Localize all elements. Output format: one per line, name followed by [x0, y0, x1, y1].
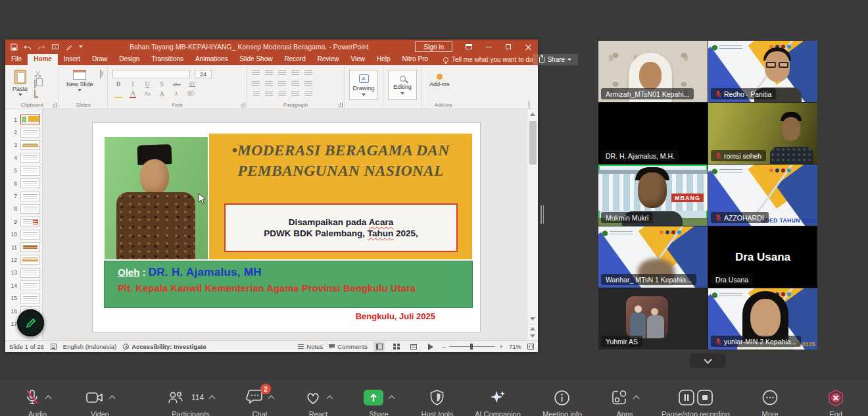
collapse-ribbon-button[interactable]	[529, 101, 534, 107]
slide-sorter-view-button[interactable]	[391, 342, 402, 351]
line-spacing-button[interactable]	[291, 70, 299, 76]
zoom-percentage[interactable]: 71%	[509, 343, 521, 350]
video-options-chevron[interactable]	[109, 396, 116, 402]
pause-stop-recording-button[interactable]: Pause/stop recording	[662, 388, 730, 416]
ribbon-display-options-button[interactable]	[459, 39, 479, 54]
change-case-button[interactable]: Aa	[144, 91, 151, 97]
slide-thumbnail-panel[interactable]: 1 2 3 4 5 6 7 8 9 10 11 12 13 14 15 16 1…	[5, 109, 43, 340]
text-shadow-button[interactable]: S	[158, 80, 165, 88]
participant-tile[interactable]: Dra Usana Dra Usana	[708, 226, 817, 288]
vertical-scrollbar[interactable]	[527, 109, 538, 340]
font-dialog-launcher[interactable]	[241, 103, 245, 107]
tab-slide-show[interactable]: Slide Show	[233, 54, 278, 65]
participants-button[interactable]: 114 Participants	[167, 388, 214, 416]
slideshow-view-button[interactable]	[425, 342, 436, 351]
scrollbar-thumb[interactable]	[529, 121, 537, 165]
tab-design[interactable]: Design	[113, 54, 145, 65]
paragraph-dialog-launcher[interactable]	[338, 103, 343, 107]
underline-button[interactable]: U	[144, 80, 151, 88]
thumbnail-row[interactable]: 9	[5, 215, 42, 228]
sign-in-button[interactable]: Sign in	[415, 41, 452, 52]
participant-tile-active-speaker[interactable]: MBANG Mukmin Mukri	[598, 165, 708, 226]
section-icon[interactable]	[100, 90, 108, 97]
audio-options-chevron[interactable]	[45, 396, 52, 402]
copy-icon[interactable]	[34, 80, 43, 88]
slide-15-thumbnail[interactable]	[20, 294, 40, 303]
audio-button[interactable]: Audio	[24, 388, 51, 416]
clear-formatting-button[interactable]: ⌦	[187, 91, 195, 97]
align-left-button[interactable]	[291, 81, 299, 87]
numbering-button[interactable]	[265, 70, 273, 76]
italic-button[interactable]: I	[130, 80, 136, 88]
participant-tile[interactable]: Armizah_MTsN01 Kepahi...	[598, 41, 708, 102]
character-spacing-button[interactable]: AV	[189, 81, 196, 87]
slide-12-thumbnail[interactable]	[20, 255, 40, 265]
scroll-up-icon[interactable]	[530, 113, 535, 116]
react-button[interactable]: React	[304, 388, 332, 416]
pause-recording-icon[interactable]	[678, 389, 695, 406]
columns-button[interactable]	[304, 70, 312, 76]
fit-slide-to-window-button[interactable]	[527, 344, 534, 350]
thumbnail-row[interactable]: 8	[5, 203, 42, 215]
thumbnail-row[interactable]: 2	[5, 126, 42, 138]
slide-2-thumbnail[interactable]	[20, 128, 40, 138]
comments-button[interactable]: Comments	[329, 343, 368, 350]
start-presentation-icon[interactable]	[51, 43, 59, 51]
shrink-font-button[interactable]: A	[173, 91, 180, 97]
annotate-button[interactable]	[17, 309, 44, 336]
slide-6-thumbnail[interactable]	[20, 178, 40, 188]
apps-button[interactable]: Apps	[611, 388, 639, 416]
thumbnail-row[interactable]: 10	[5, 228, 42, 241]
chat-options-chevron[interactable]	[268, 396, 275, 402]
slide-1-thumbnail[interactable]	[20, 115, 40, 124]
align-text-button[interactable]	[291, 91, 299, 97]
host-tools-button[interactable]: Host tools	[422, 388, 454, 416]
participant-tile[interactable]: NDED TAHUN 2025 AZZOHARDI	[708, 165, 817, 226]
editing-button[interactable]: Editing	[388, 70, 417, 100]
tab-help[interactable]: Help	[371, 54, 397, 65]
thumbnail-row[interactable]: 3	[5, 139, 42, 151]
spell-check-icon[interactable]	[51, 344, 57, 350]
next-slide-button[interactable]	[530, 334, 535, 338]
left-to-right-button[interactable]	[265, 81, 273, 87]
tab-record[interactable]: Record	[278, 54, 311, 65]
ai-companion-button[interactable]: AI Companion	[475, 388, 521, 416]
pen-tool-icon[interactable]	[65, 43, 73, 51]
slide-8-thumbnail[interactable]	[20, 204, 40, 214]
language-indicator[interactable]: English (Indonesia)	[63, 343, 116, 350]
tab-animations[interactable]: Animations	[189, 54, 233, 65]
share-button[interactable]: Share	[533, 54, 578, 65]
font-name-combobox[interactable]	[112, 70, 190, 78]
strikethrough-button[interactable]: abc	[173, 81, 181, 88]
participant-tile[interactable]: DR. H. Ajamalus, M.H.	[598, 103, 708, 164]
align-center-button[interactable]	[253, 91, 260, 97]
tab-transitions[interactable]: Transitions	[145, 54, 189, 65]
tab-nitro-pro[interactable]: Nitro Pro	[397, 54, 434, 65]
video-button[interactable]: Video	[85, 388, 114, 416]
tab-view[interactable]: View	[345, 54, 372, 65]
share-options-chevron[interactable]	[389, 396, 395, 402]
thumbnail-row[interactable]: 7	[5, 190, 42, 202]
apps-options-chevron[interactable]	[633, 396, 640, 402]
participant-tile[interactable]: Wanhar_ MTsN 1 Kepahia...	[598, 226, 708, 288]
zoom-out-button[interactable]: –	[442, 343, 445, 350]
more-button[interactable]: More	[761, 388, 779, 416]
meeting-info-button[interactable]: Meeting info	[542, 388, 582, 416]
tab-insert[interactable]: Insert	[58, 54, 86, 65]
author-bar[interactable]: Oleh : DR. H. Ajamalus, MH Plt. Kepala K…	[104, 261, 473, 308]
thumbnail-row[interactable]: 6	[5, 177, 42, 190]
react-options-chevron[interactable]	[327, 396, 333, 402]
participant-tile[interactable]: Yuhmir AS	[598, 288, 708, 350]
reset-slide-icon[interactable]	[100, 80, 108, 88]
indent-decrease-button[interactable]	[278, 70, 286, 76]
slide-9-thumbnail[interactable]	[20, 217, 40, 226]
slide-13-thumbnail[interactable]	[20, 268, 40, 278]
zoom-slider-thumb[interactable]	[470, 344, 473, 350]
text-direction-button[interactable]	[304, 81, 312, 87]
cut-icon[interactable]	[34, 70, 43, 78]
thumbnail-row[interactable]: 11	[5, 241, 42, 253]
end-meeting-button[interactable]: End	[827, 388, 845, 416]
scroll-down-icon[interactable]	[530, 317, 535, 321]
panel-resize-handle[interactable]	[541, 205, 546, 224]
zoom-in-button[interactable]: +	[499, 343, 503, 350]
